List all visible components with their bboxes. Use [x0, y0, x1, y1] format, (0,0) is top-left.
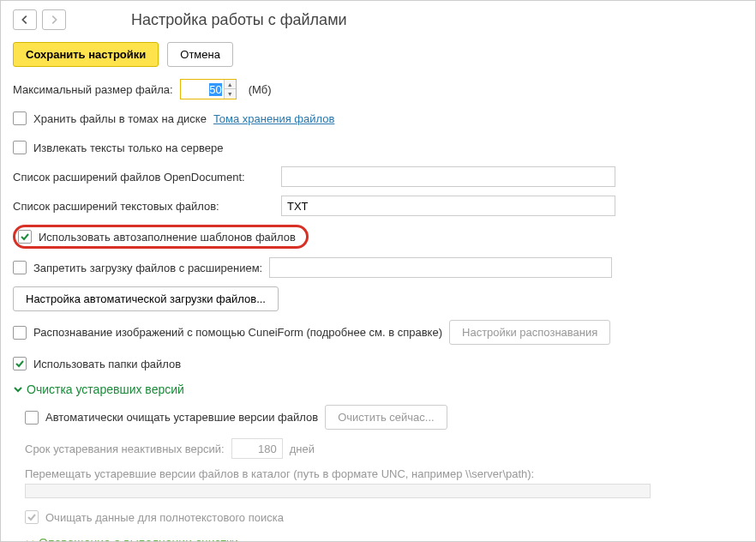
storage-volumes-link[interactable]: Тома хранения файлов: [213, 112, 334, 125]
cuneiform-settings-button[interactable]: Настройки распознавания: [449, 320, 610, 345]
cleanup-section-label: Очистка устаревших версий: [27, 382, 184, 396]
template-autofill-checkbox[interactable]: [18, 230, 32, 244]
extract-server-label: Извлекать тексты только на сервере: [33, 142, 223, 154]
inactive-age-label: Срок устаревания неактивных версий:: [25, 443, 225, 455]
spinner-down-icon[interactable]: ▼: [225, 89, 236, 99]
template-autofill-label: Использовать автозаполнение шаблонов фай…: [39, 231, 296, 244]
cleanup-section-header[interactable]: Очистка устаревших версий: [13, 382, 743, 396]
spinner-up-icon[interactable]: ▲: [225, 80, 236, 89]
restrict-upload-checkbox[interactable]: [13, 261, 27, 274]
max-file-size-field[interactable]: ▲ ▼: [180, 79, 237, 99]
clean-fulltext-label: Очищать данные для полнотекстового поиск…: [45, 511, 284, 524]
restrict-upload-label: Запретить загрузку файлов с расширением:: [33, 262, 262, 274]
cancel-button[interactable]: Отмена: [167, 42, 233, 67]
inactive-age-unit: дней: [290, 443, 315, 455]
cleanup-now-button[interactable]: Очистить сейчас...: [325, 405, 447, 430]
max-file-size-input[interactable]: [181, 80, 224, 99]
use-file-folders-checkbox[interactable]: [13, 357, 27, 370]
chevron-down-icon: [25, 538, 35, 542]
save-button[interactable]: Сохранить настройки: [13, 42, 159, 67]
store-volumes-label: Хранить файлы в томах на диске: [33, 112, 207, 125]
auto-cleanup-label: Автоматически очищать устаревшие версии …: [45, 411, 318, 424]
restrict-upload-input[interactable]: [269, 257, 612, 278]
move-path-input[interactable]: [25, 484, 651, 498]
clean-fulltext-checkbox: [25, 510, 39, 524]
use-file-folders-label: Использовать папки файлов: [33, 358, 181, 370]
cuneiform-checkbox[interactable]: [13, 326, 27, 340]
highlighted-autofill-row: Использовать автозаполнение шаблонов фай…: [13, 225, 309, 249]
notification-section-header[interactable]: Оповещение о выполнении очистки: [25, 536, 743, 542]
move-path-label: Перемещать устаревшие версии файлов в ка…: [25, 467, 743, 480]
page-title: Настройка работы с файлами: [131, 11, 347, 29]
max-file-size-label: Максимальный размер файла:: [13, 83, 173, 96]
max-file-size-unit: (Мб): [249, 83, 272, 96]
back-button[interactable]: [13, 9, 37, 30]
auto-load-settings-button[interactable]: Настройка автоматической загрузки файлов…: [13, 286, 279, 311]
forward-button[interactable]: [42, 9, 66, 30]
cuneiform-label: Распознавание изображений с помощью Cune…: [33, 326, 442, 339]
notification-section-label: Оповещение о выполнении очистки: [39, 536, 238, 542]
opendoc-ext-label: Список расширений файлов OpenDocument:: [13, 171, 274, 184]
text-ext-label: Список расширений текстовых файлов:: [13, 200, 274, 213]
extract-server-checkbox[interactable]: [13, 141, 27, 154]
auto-cleanup-checkbox[interactable]: [25, 411, 39, 425]
opendoc-ext-input[interactable]: [281, 166, 615, 187]
chevron-down-icon: [13, 384, 23, 394]
text-ext-input[interactable]: [281, 196, 615, 216]
store-volumes-checkbox[interactable]: [13, 111, 27, 125]
inactive-age-input[interactable]: [231, 438, 283, 459]
